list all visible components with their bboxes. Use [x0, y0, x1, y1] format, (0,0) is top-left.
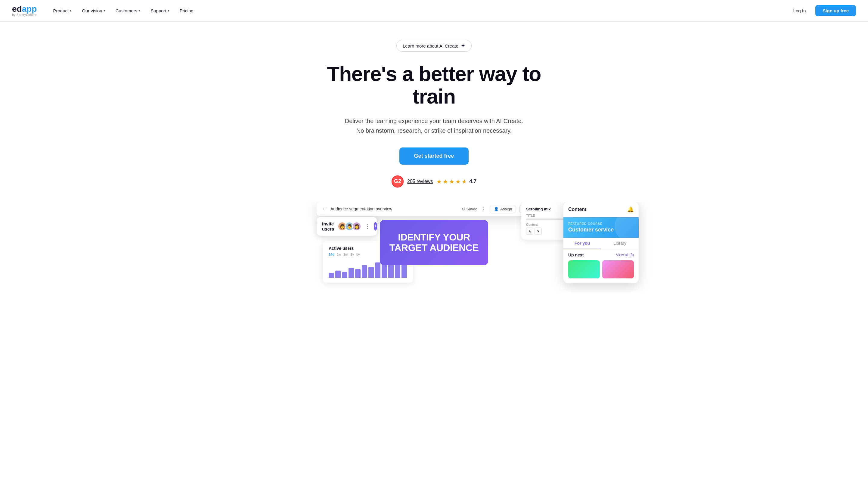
bell-icon: 🔔: [627, 206, 634, 213]
bar-12: [402, 264, 407, 278]
thumbnail-2: [602, 261, 634, 278]
bar-7: [368, 267, 374, 278]
filter-1y[interactable]: 1y: [350, 252, 354, 256]
invite-users-card: Invite users 👩 👨 👩 ⋮ +: [317, 217, 377, 236]
featured-card: FEATURED COURSE Customer service: [563, 217, 639, 238]
star-2: ★: [443, 178, 448, 185]
hero-headline: There's a better way to train: [305, 63, 563, 108]
tab-for-you[interactable]: For you: [563, 238, 601, 249]
login-button[interactable]: Log In: [788, 6, 811, 16]
nav-our-vision[interactable]: Our vision ▾: [78, 6, 110, 16]
bar-8: [375, 263, 380, 278]
bar-3: [342, 272, 347, 278]
star-3: ★: [449, 178, 455, 185]
audience-card: ← Audience segmentation overview ⊙ Saved…: [317, 202, 551, 216]
reviews-row: G2 205 reviews ★ ★ ★ ★ ★★ 4.7: [305, 176, 563, 187]
reviews-link[interactable]: 205 reviews: [407, 179, 433, 184]
back-button[interactable]: ←: [321, 206, 327, 212]
person-icon: 👤: [494, 207, 499, 211]
bar-5: [355, 269, 361, 277]
logo[interactable]: edapp by SafetyCulture: [12, 5, 37, 17]
filter-1w[interactable]: 1w: [337, 252, 341, 256]
nav-right: Log In Sign up free: [788, 5, 856, 16]
invite-add-button[interactable]: +: [374, 222, 377, 231]
invite-more-icon[interactable]: ⋮: [365, 223, 370, 229]
chevron-down-icon: ▾: [70, 9, 72, 13]
signup-button[interactable]: Sign up free: [815, 5, 856, 16]
filter-5y[interactable]: 5y: [356, 252, 360, 256]
featured-bg-circle: [615, 217, 639, 238]
bar-4: [348, 268, 354, 278]
ai-badge[interactable]: Learn more about AI Create ✦: [396, 40, 472, 52]
chevron-down-icon: ▾: [138, 9, 140, 13]
invite-avatars: 👩 👨 👩: [338, 222, 361, 231]
assign-button[interactable]: 👤 Assign: [490, 205, 516, 213]
star-5-half: ★★: [462, 178, 467, 185]
hero-subtext: Deliver the learning experience your tea…: [305, 116, 563, 135]
up-next-row: Up next View all (8): [563, 249, 639, 259]
screenshots-area: ← Audience segmentation overview ⊙ Saved…: [0, 202, 868, 292]
logo-sub: by SafetyCulture: [12, 13, 37, 17]
invite-users-label: Invite users: [322, 221, 334, 232]
mobile-tabs: For you Library: [563, 238, 639, 249]
sparkle-icon: ✦: [461, 42, 465, 49]
nav-pricing[interactable]: Pricing: [176, 6, 198, 16]
filter-14d[interactable]: 14d: [329, 252, 334, 256]
nav-links: Product ▾ Our vision ▾ Customers ▾ Suppo…: [49, 6, 788, 16]
logo-ed: ed: [12, 4, 22, 13]
logo-app: app: [22, 4, 37, 13]
avatar-3: 👩: [352, 222, 361, 231]
view-all-link[interactable]: View all (8): [616, 253, 634, 257]
thumbnail-row: [563, 259, 639, 283]
bar-1: [329, 273, 334, 278]
tab-library[interactable]: Library: [601, 238, 639, 249]
saved-badge: ⊙ Saved: [462, 207, 477, 211]
audience-card-header: ← Audience segmentation overview ⊙ Saved…: [317, 202, 551, 216]
hero-section: Learn more about AI Create ✦ There's a b…: [299, 22, 569, 187]
chevron-down-button[interactable]: ∨: [534, 227, 542, 235]
star-rating: ★ ★ ★ ★ ★★ 4.7: [436, 178, 476, 185]
mobile-header: Content 🔔: [563, 202, 639, 217]
mobile-content-card: Content 🔔 FEATURED COURSE Customer servi…: [563, 202, 639, 283]
nav-support[interactable]: Support ▾: [146, 6, 174, 16]
thumbnail-1: [568, 261, 600, 278]
star-1: ★: [436, 178, 442, 185]
nav-customers[interactable]: Customers ▾: [111, 6, 145, 16]
identify-card: IDENTIFY YOUR TARGET AUDIENCE: [380, 220, 488, 265]
rating-number: 4.7: [469, 179, 476, 184]
chevron-down-icon: ▾: [168, 9, 169, 13]
ai-badge-text: Learn more about AI Create: [403, 43, 458, 49]
get-started-button[interactable]: Get started free: [399, 148, 468, 165]
bar-2: [335, 271, 341, 278]
nav-product[interactable]: Product ▾: [49, 6, 76, 16]
check-icon: ⊙: [462, 207, 465, 211]
more-options-icon[interactable]: ⋮: [481, 206, 486, 212]
navigation: edapp by SafetyCulture Product ▾ Our vis…: [0, 0, 868, 22]
up-next-label: Up next: [568, 252, 584, 257]
g2-logo: G2: [392, 176, 404, 187]
bar-6: [362, 265, 367, 278]
chevron-up-button[interactable]: ∧: [526, 227, 533, 235]
chevron-down-icon: ▾: [103, 9, 105, 13]
breadcrumb-text: Audience segmentation overview: [331, 207, 458, 211]
filter-1m[interactable]: 1m: [343, 252, 348, 256]
bar-9: [382, 264, 387, 278]
star-4: ★: [455, 178, 461, 185]
identify-headline: IDENTIFY YOUR TARGET AUDIENCE: [389, 232, 479, 253]
mobile-content-title: Content: [568, 207, 586, 212]
